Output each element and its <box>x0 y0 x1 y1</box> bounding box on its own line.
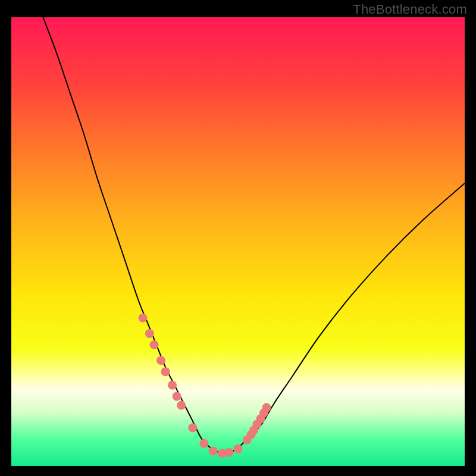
data-dot <box>199 439 208 448</box>
data-dot <box>156 356 165 365</box>
bottleneck-curve <box>43 17 465 453</box>
data-dot <box>234 444 243 453</box>
data-dots <box>138 314 271 458</box>
watermark-text: TheBottleneck.com <box>353 2 467 17</box>
data-dot <box>150 340 159 349</box>
outer-frame: TheBottleneck.com <box>0 0 476 476</box>
data-dot <box>145 329 154 338</box>
data-dot <box>168 381 177 390</box>
data-dot <box>177 401 186 410</box>
data-dot <box>138 314 147 322</box>
data-dot <box>173 392 181 401</box>
chart-svg <box>11 17 465 466</box>
data-dot <box>262 403 271 412</box>
data-dot <box>224 448 233 457</box>
data-dot <box>209 447 218 456</box>
data-dot <box>161 367 170 376</box>
data-dot <box>188 423 197 432</box>
plot-area <box>11 17 465 466</box>
